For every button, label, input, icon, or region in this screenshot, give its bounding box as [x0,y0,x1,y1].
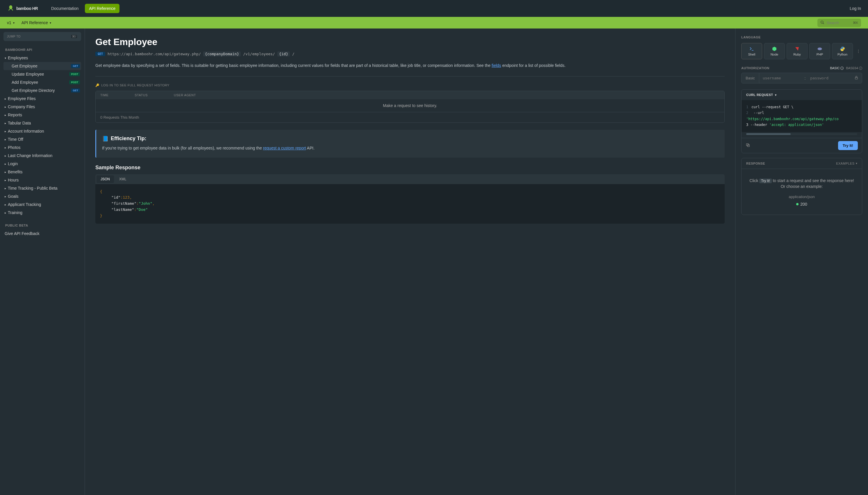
custom-report-link[interactable]: request a custom report [263,146,306,150]
login-link[interactable]: Log In [850,6,861,11]
code-value: 123 [123,195,129,200]
url-segment: / [292,52,295,56]
book-icon: 📘 [102,136,108,142]
nav-api-reference[interactable]: API Reference [85,4,120,13]
sidebar: JUMP TO ⌘/ BAMBOOHR API ▾ Employees Get … [0,29,85,495]
tab-xml[interactable]: XML [115,175,130,183]
copy-button[interactable] [746,143,750,148]
sidebar-item-time-tracking-beta[interactable]: ▸Time Tracking - Public Beta [3,184,81,192]
code: --request [762,105,781,109]
method-badge: POST [69,72,80,76]
lang-label: Shell [748,53,755,56]
method-badge: GET [71,88,80,92]
text: endpoint for a list of possible fields. [501,63,566,68]
sidebar-item-give-feedback[interactable]: Give API Feedback [3,229,81,238]
endpoint-description: Get employee data by specifying a set of… [95,62,725,69]
sidebar-item-applicant-tracking[interactable]: ▸Applicant Tracking [3,200,81,208]
api-reference-dropdown[interactable]: API Reference ▾ [21,20,51,25]
info-icon: i [840,67,844,70]
response-mime-type: application/json [747,194,856,199]
sidebar-item-update-employee[interactable]: Update Employee POST [3,70,81,78]
chevron-right-icon: ▸ [5,203,6,206]
code: 'accept: application/json' [767,123,824,127]
sidebar-item-add-employee[interactable]: Add Employee POST [3,78,81,86]
sample-response-code: { "id":123, "firstName":"John", "lastNam… [95,184,725,224]
chevron-down-icon: ▾ [13,21,15,24]
sidebar-item-label: Goals [8,194,19,199]
jump-to-button[interactable]: JUMP TO ⌘/ [3,32,81,41]
label: EXAMPLES [836,162,854,165]
version-selector[interactable]: v1 ▾ [7,20,15,25]
label: CURL REQUEST [746,93,773,97]
auth-mode-base64[interactable]: BASE64i [846,66,862,70]
sidebar-item-get-employee-directory[interactable]: Get Employee Directory GET [3,86,81,95]
status-code: 200 [800,202,807,206]
code: curl [751,105,762,109]
password-input[interactable] [807,73,851,83]
method-badge: GET [71,64,80,68]
sidebar-item-last-change-information[interactable]: ▸Last Change Information [3,152,81,160]
login-history-link[interactable]: 🔑 LOG IN TO SEE FULL REQUEST HISTORY [95,84,725,87]
examples-dropdown[interactable]: EXAMPLES ▾ [836,162,857,165]
auth-input-row: Basic : [741,73,862,84]
sidebar-item-tabular-data[interactable]: ▸Tabular Data [3,119,81,127]
sidebar-item-get-employee[interactable]: Get Employee GET [3,62,81,70]
search-box[interactable]: ⌘K [817,19,861,27]
response-hint-line2: Or choose an example: [747,184,856,189]
sidebar-item-hours[interactable]: ▸Hours [3,176,81,184]
logo[interactable]: bamboo HR [7,5,38,12]
url-segment: /v1/employees/ [243,52,275,56]
version-label: v1 [7,20,11,25]
sidebar-item-goals[interactable]: ▸Goals [3,192,81,200]
status-200[interactable]: 200 [796,202,807,206]
sidebar-item-benefits[interactable]: ▸Benefits [3,168,81,176]
username-input[interactable] [759,73,803,83]
php-icon [817,46,822,51]
sidebar-item-employees[interactable]: ▾ Employees [3,54,81,62]
ruby-icon [795,46,800,51]
response-label: RESPONSE [746,162,765,165]
sidebar-item-photos[interactable]: ▸Photos [3,143,81,152]
sidebar-item-training[interactable]: ▸Training [3,208,81,217]
svg-rect-3 [855,78,857,79]
lang-ruby[interactable]: Ruby [786,43,808,59]
code-value: "Doe" [136,207,148,212]
lang-node[interactable]: Node [764,43,785,59]
horizontal-scrollbar[interactable] [746,133,857,135]
fields-link[interactable]: fields [492,63,501,68]
table-header: TIME STATUS USER AGENT [96,91,724,99]
sidebar-item-account-information[interactable]: ▸Account Information [3,127,81,135]
search-input[interactable] [827,21,851,25]
lang-python[interactable]: Python [832,43,853,59]
node-icon [772,46,777,51]
url-path-param: {companyDomain} [203,51,241,56]
lock-icon [851,75,862,81]
sub-header-left: v1 ▾ API Reference ▾ [7,20,51,25]
more-languages-button[interactable]: ⋮ [855,49,862,53]
sidebar-section-public-beta: PUBLIC BETA [3,221,81,229]
auth-mode-basic[interactable]: BASICi [830,66,844,70]
status-dot-icon [796,203,798,205]
sidebar-item-label: Applicant Tracking [8,202,41,207]
nav-documentation[interactable]: Documentation [47,4,83,13]
sidebar-item-label: Tabular Data [8,121,31,125]
lang-php[interactable]: PHP [809,43,830,59]
scrollbar-thumb[interactable] [746,133,791,135]
sidebar-item-employee-files[interactable]: ▸Employee Files [3,95,81,103]
chevron-right-icon: ▸ [5,195,6,198]
sidebar-item-label: Reports [8,113,22,117]
sidebar-item-company-files[interactable]: ▸Company Files [3,103,81,111]
sidebar-item-reports[interactable]: ▸Reports [3,111,81,119]
curl-code: 1curl --request GET \2 --url 'https://ap… [742,100,862,132]
label: BASIC [830,66,839,70]
curl-request-dropdown[interactable]: CURL REQUEST ▾ [746,93,776,97]
code: GET \ [781,105,793,109]
try-it-button[interactable]: Try It! [838,141,858,150]
sidebar-item-login[interactable]: ▸Login [3,160,81,168]
text: Get employee data by specifying a set of… [95,63,492,68]
chevron-right-icon: ▸ [5,187,6,190]
lang-shell[interactable]: Shell [741,43,762,59]
tab-json[interactable]: JSON [96,175,114,183]
curl-request-box: CURL REQUEST ▾ 1curl --request GET \2 --… [741,89,862,153]
sidebar-item-time-off[interactable]: ▸Time Off [3,135,81,143]
